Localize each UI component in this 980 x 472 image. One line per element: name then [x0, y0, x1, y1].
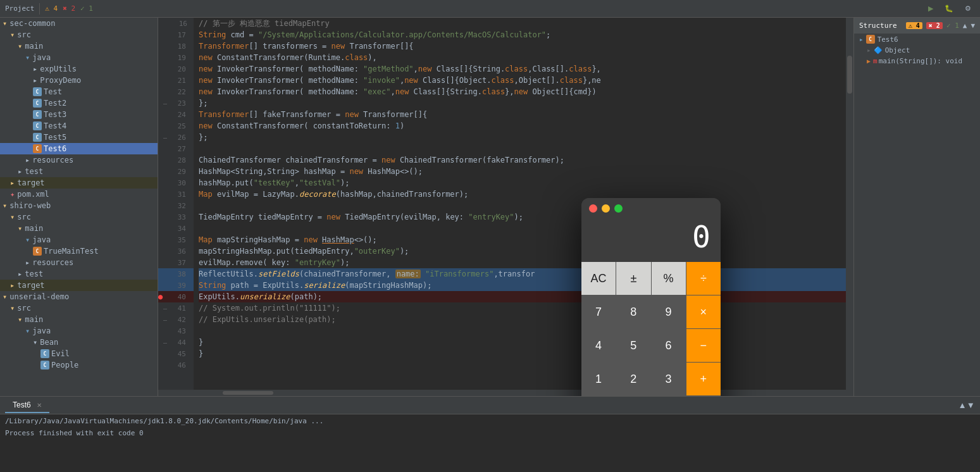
code-line-43: [199, 325, 846, 337]
folder-icon: ▸: [25, 258, 30, 267]
calc-key-6[interactable]: 6: [652, 329, 686, 362]
sidebar-item-test6[interactable]: C Test6: [0, 143, 158, 154]
vertical-scrollbar[interactable]: [846, 18, 853, 390]
next-btn[interactable]: ▼: [971, 22, 975, 30]
right-tree-object[interactable]: ▸ 🔷 Object: [854, 45, 980, 56]
calc-key-2[interactable]: 2: [616, 363, 650, 395]
sidebar-item-target2[interactable]: ▸ target: [0, 280, 158, 291]
calc-key-5[interactable]: 5: [616, 329, 650, 362]
sidebar-item-resources2[interactable]: ▸ resources: [0, 257, 158, 268]
sidebar-item-main3[interactable]: ▾ main: [0, 314, 158, 325]
calc-key-multiply[interactable]: ×: [686, 295, 721, 328]
folder-icon: ▾: [10, 213, 15, 221]
sidebar-item-resources1[interactable]: ▸ resources: [0, 154, 158, 166]
scrollbar-thumb[interactable]: [847, 56, 852, 94]
settings-button[interactable]: ⚙: [961, 3, 975, 14]
item-label: resources: [32, 258, 73, 267]
calc-key-7[interactable]: 7: [581, 295, 616, 328]
calc-key-ac[interactable]: AC: [581, 262, 616, 295]
right-tree-test6[interactable]: ▸ C Test6: [854, 34, 980, 45]
sidebar-item-test-dir1[interactable]: ▸ test: [0, 166, 158, 177]
code-content[interactable]: // 第一步 构造恶意 tiedMapEntry String cmd = "/…: [194, 18, 846, 390]
calc-key-1[interactable]: 1: [581, 363, 616, 395]
folder-icon: ▾: [10, 304, 15, 313]
sidebar-item-proxydemo[interactable]: ▸ ProxyDemo: [0, 75, 158, 86]
bottom-scroll-up[interactable]: ▲: [958, 401, 967, 410]
code-line-46: [199, 359, 846, 371]
calc-minimize-button[interactable]: [602, 204, 610, 213]
calc-key-plus[interactable]: +: [686, 363, 721, 395]
calculator-overlay: 0 AC ± % ÷ 7 8 9 × 4 5 6 − 1 2: [581, 198, 721, 396]
bottom-tab-test6[interactable]: Test6 ✕: [5, 398, 49, 413]
folder-icon: ▾: [25, 53, 30, 62]
horizontal-scrollbar[interactable]: [158, 390, 853, 396]
warning-count: ⚠ 4: [45, 4, 58, 13]
code-line-17: String cmd = "/System/Applications/Calcu…: [199, 29, 846, 40]
code-line-37: evilMap.remove( key: "entryKey");: [199, 257, 846, 268]
bottom-scroll-down[interactable]: ▼: [967, 401, 975, 410]
output-text: Process finished with exit code 0: [5, 429, 144, 437]
java-class-icon: C: [33, 87, 42, 96]
item-label: Test3: [44, 110, 66, 119]
item-label: resources: [32, 156, 73, 165]
code-line-23: };: [199, 97, 846, 109]
sidebar-item-target1[interactable]: ▸ target: [0, 177, 158, 189]
sidebar-item-test4[interactable]: C Test4: [0, 120, 158, 132]
sidebar-item-people[interactable]: C People: [0, 359, 158, 371]
folder-icon: ▾: [33, 338, 37, 347]
sidebar-item-java2[interactable]: ▾ java: [0, 234, 158, 245]
item-label: target: [17, 178, 44, 187]
calc-key-divide[interactable]: ÷: [686, 262, 721, 295]
sidebar-item-src1[interactable]: ▾ src: [0, 29, 158, 40]
class-icon: 🔷: [874, 46, 883, 54]
code-line-22: new InvokerTransformer( methodName: "exe…: [199, 86, 846, 97]
calc-key-3[interactable]: 3: [652, 363, 686, 395]
project-label: Project: [5, 4, 34, 13]
debug-button[interactable]: 🐛: [941, 3, 957, 14]
sidebar-item-main2[interactable]: ▾ main: [0, 223, 158, 234]
sidebar-item-evil[interactable]: C Evil: [0, 348, 158, 359]
calc-key-8[interactable]: 8: [616, 295, 650, 328]
prev-btn[interactable]: ▲: [963, 22, 967, 30]
calc-key-4[interactable]: 4: [581, 329, 616, 362]
item-label: unserial-demo: [9, 292, 69, 301]
calc-key-percent[interactable]: %: [652, 262, 686, 295]
calc-key-minus[interactable]: −: [686, 329, 721, 362]
right-tree-main[interactable]: ▶ m main(String[]): void: [854, 56, 980, 66]
folder-icon: ▸: [18, 167, 22, 176]
expand-icon: ▸: [859, 35, 864, 44]
sidebar-item-pomxml1[interactable]: ✦ pom.xml: [0, 189, 158, 200]
sidebar-item-truemaintest[interactable]: C TrueMainTest: [0, 245, 158, 257]
path-text: /Library/Java/JavaVirtualMachines/jdk1.8…: [5, 417, 323, 425]
code-line-19: new ConstantTransformer(Runtime.class),: [199, 52, 846, 63]
item-label: target: [17, 281, 44, 290]
folder-icon: ▾: [10, 30, 15, 39]
sidebar-item-exputils[interactable]: ▸ expUtils: [0, 63, 158, 75]
java-class-icon: C: [33, 247, 42, 256]
calc-close-button[interactable]: [589, 204, 597, 213]
sidebar-item-src3[interactable]: ▾ src: [0, 302, 158, 314]
code-line-42: // ExpUtils.unserialize(path);: [199, 314, 846, 325]
sidebar-item-test-dir2[interactable]: ▸ test: [0, 268, 158, 280]
item-label: pom.xml: [17, 190, 49, 199]
sidebar-item-bean[interactable]: ▾ Bean: [0, 337, 158, 348]
code-line-16: // 第一步 构造恶意 tiedMapEntry: [199, 18, 846, 29]
calc-key-plusminus[interactable]: ±: [616, 262, 650, 295]
scrollbar-thumb-h[interactable]: [223, 391, 273, 395]
sidebar-item-test5[interactable]: C Test5: [0, 132, 158, 143]
tab-close[interactable]: ✕: [37, 402, 42, 409]
sidebar-item-test[interactable]: C Test: [0, 86, 158, 97]
calc-fullscreen-button[interactable]: [614, 204, 623, 213]
gutter: 16 17 18 19 20 21 22 –23 24 25 –26 27 28…: [158, 18, 194, 390]
sidebar-item-java3[interactable]: ▾ java: [0, 325, 158, 337]
run-button[interactable]: ▶: [924, 3, 937, 14]
sidebar-item-shiroweb[interactable]: ▾ shiro-web: [0, 200, 158, 211]
sidebar-item-test2[interactable]: C Test2: [0, 97, 158, 109]
calc-key-9[interactable]: 9: [652, 295, 686, 328]
sidebar-item-main1[interactable]: ▾ main: [0, 40, 158, 52]
sidebar-item-unserialdemo[interactable]: ▾ unserial-demo: [0, 291, 158, 302]
sidebar-item-test3[interactable]: C Test3: [0, 109, 158, 120]
sidebar-item-seccommon[interactable]: ▾ sec-common: [0, 18, 158, 29]
sidebar-item-java1[interactable]: ▾ java: [0, 52, 158, 63]
sidebar-item-src2[interactable]: ▾ src: [0, 211, 158, 223]
